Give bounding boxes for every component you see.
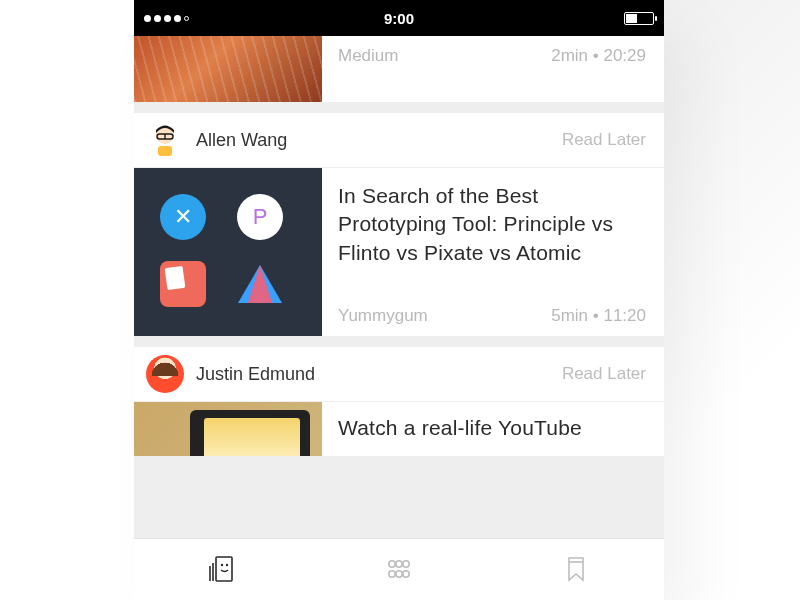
svg-point-14 [403, 570, 409, 576]
article-title: Watch a real-life YouTube [338, 414, 646, 442]
tab-feed[interactable] [202, 550, 242, 590]
article-source: Medium [338, 46, 398, 66]
app-icon [160, 261, 206, 307]
svg-point-11 [403, 560, 409, 566]
app-icon: P [237, 194, 283, 240]
svg-rect-3 [158, 146, 172, 156]
tab-bookmarks[interactable] [556, 550, 596, 590]
tab-discover[interactable] [379, 550, 419, 590]
article-meta: 5min • 11:20 [551, 306, 646, 326]
signal-dots [144, 15, 189, 22]
clock: 9:00 [384, 10, 414, 27]
svg-point-6 [226, 563, 228, 565]
battery-icon [624, 12, 654, 25]
tab-bar [134, 538, 664, 600]
article-card[interactable]: Allen Wang Read Later ✕ P In Search of t… [134, 112, 664, 336]
avatar[interactable] [146, 121, 184, 159]
article-source: Yummygum [338, 306, 428, 326]
feed-scroll[interactable]: Medium 2min • 20:29 [134, 36, 664, 538]
app-icon [237, 261, 283, 307]
avatar[interactable] [146, 355, 184, 393]
author-row: Justin Edmund Read Later [134, 346, 664, 402]
svg-point-10 [396, 560, 402, 566]
status-bar: 9:00 [134, 0, 664, 36]
article-thumbnail: ✕ P [134, 168, 322, 336]
svg-point-5 [221, 563, 223, 565]
app-icon: ✕ [160, 194, 206, 240]
article-card[interactable]: Justin Edmund Read Later Watch a real-li… [134, 346, 664, 456]
article-card[interactable]: Medium 2min • 20:29 [134, 36, 664, 102]
article-thumbnail [134, 36, 322, 102]
author-name: Allen Wang [196, 130, 562, 151]
phone-frame: 9:00 Medium 2min • 20:29 [134, 0, 664, 600]
article-meta: 2min • 20:29 [551, 46, 646, 66]
author-name: Justin Edmund [196, 364, 562, 385]
svg-point-13 [396, 570, 402, 576]
read-later-button[interactable]: Read Later [562, 364, 646, 384]
svg-point-9 [389, 560, 395, 566]
read-later-button[interactable]: Read Later [562, 130, 646, 150]
svg-point-12 [389, 570, 395, 576]
article-thumbnail [134, 402, 322, 456]
svg-rect-4 [216, 557, 232, 581]
author-row: Allen Wang Read Later [134, 112, 664, 168]
article-title: In Search of the Best Prototyping Tool: … [338, 182, 646, 267]
